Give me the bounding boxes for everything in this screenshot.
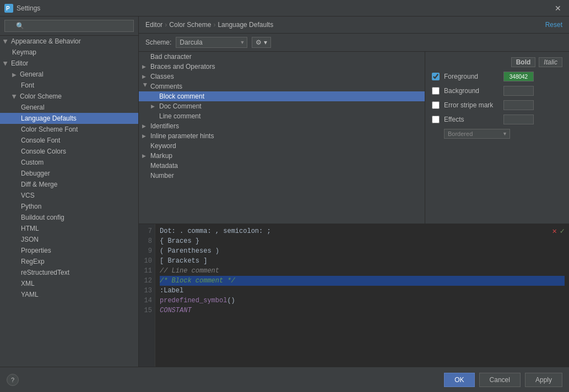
gutter-line: 7	[139, 226, 152, 236]
sidebar-item-label: YAML	[21, 291, 39, 298]
effects-color-swatch[interactable]	[503, 115, 534, 124]
sidebar-item-json[interactable]: JSON	[0, 234, 138, 245]
tree-node-doc-comment[interactable]: ▶ Doc Comment	[139, 101, 425, 111]
code-line-14: predefined_symbol()	[160, 296, 565, 306]
sidebar-item-general[interactable]: ▶ General	[0, 69, 138, 80]
foreground-label: Foreground	[444, 73, 499, 80]
sidebar-item-python[interactable]: Python	[0, 201, 138, 212]
error-stripe-checkbox[interactable]	[432, 101, 440, 109]
scheme-select-wrapper: Darcula Default High Contrast Monokai	[176, 37, 247, 48]
sidebar-item-vcs[interactable]: VCS	[0, 190, 138, 201]
sidebar-item-custom[interactable]: Custom	[0, 157, 138, 168]
sidebar-item-xml[interactable]: XML	[0, 278, 138, 289]
scheme-gear-button[interactable]: ⚙ ▾	[252, 37, 270, 48]
apply-button[interactable]: Apply	[525, 373, 562, 387]
tree-node-markup[interactable]: ▶ Markup	[139, 151, 425, 161]
sidebar-item-label: Buildout config	[21, 214, 64, 221]
properties-panel: Bold Italic Foreground 348042 Background	[425, 52, 569, 224]
expand-arrow: ▶	[142, 133, 149, 139]
error-stripe-color-swatch[interactable]	[503, 100, 534, 110]
sidebar-item-console-font[interactable]: Console Font	[0, 135, 138, 146]
tree-node-classes[interactable]: ▶ Classes	[139, 72, 425, 81]
window-title: Settings	[17, 4, 548, 12]
sidebar-item-label: Console Colors	[21, 148, 66, 155]
tree-node-metadata[interactable]: Metadata	[139, 161, 425, 171]
sidebar-item-properties[interactable]: Properties	[0, 245, 138, 256]
tree-node-inline-param[interactable]: ▶ Inline parameter hints	[139, 131, 425, 141]
code-line-13: :Label	[160, 286, 565, 296]
sidebar-item-color-scheme[interactable]: ▶ Color Scheme	[0, 91, 138, 102]
gutter-line: 14	[139, 296, 152, 306]
tree-node-block-comment[interactable]: Block comment	[139, 91, 425, 101]
help-button[interactable]: ?	[7, 374, 19, 386]
tree-node-label: Identifiers	[150, 122, 179, 130]
expand-arrow: ▶	[12, 72, 17, 78]
bold-italic-row: Bold Italic	[432, 57, 562, 67]
code-line-15: CONSTANT	[160, 306, 565, 315]
tree-node-comments[interactable]: ▶ Comments	[139, 81, 425, 91]
scheme-select[interactable]: Darcula Default High Contrast Monokai	[176, 37, 247, 48]
sidebar-item-keymap[interactable]: Keymap	[0, 47, 138, 58]
tree-node-label: Braces and Operators	[150, 63, 215, 70]
tree-node-keyword[interactable]: Keyword	[139, 141, 425, 151]
bottom-bar: ? OK Cancel Apply	[0, 367, 569, 392]
sidebar-item-language-defaults[interactable]: Language Defaults	[0, 113, 138, 124]
sidebar-item-color-scheme-font[interactable]: Color Scheme Font	[0, 124, 138, 135]
background-row: Background	[432, 86, 562, 96]
foreground-color-swatch[interactable]: 348042	[503, 72, 534, 81]
sidebar-item-font[interactable]: Font	[0, 80, 138, 91]
sidebar-item-cs-general[interactable]: General	[0, 102, 138, 113]
search-box	[0, 17, 138, 36]
sidebar-item-appearance[interactable]: ▶ Appearance & Behavior	[0, 36, 138, 47]
sidebar-item-label: Color Scheme Font	[21, 126, 78, 133]
sidebar-item-regexp[interactable]: RegExp	[0, 256, 138, 267]
tree-node-number[interactable]: Number	[139, 171, 425, 181]
tree-node-label: Keyword	[150, 142, 176, 150]
effects-dropdown-row: Bordered Underline Bold underline Strike…	[432, 129, 562, 139]
sidebar-item-label: Appearance & Behavior	[11, 37, 81, 45]
cancel-button[interactable]: Cancel	[479, 373, 521, 387]
foreground-row: Foreground 348042	[432, 72, 562, 81]
tree-node-braces[interactable]: ▶ Braces and Operators	[139, 62, 425, 72]
tree-panel: Bad character ▶ Braces and Operators ▶ C…	[139, 52, 425, 224]
title-bar: P Settings ✕	[0, 0, 569, 17]
bold-button[interactable]: Bold	[511, 57, 536, 67]
tree-node-label: Line comment	[159, 112, 200, 120]
sidebar-item-label: reStructuredText	[21, 269, 69, 276]
reset-button[interactable]: Reset	[545, 21, 562, 29]
sidebar-item-label: General	[21, 104, 45, 111]
expand-arrow: ▶	[143, 83, 148, 90]
effects-dropdown[interactable]: Bordered Underline Bold underline Strike…	[444, 129, 510, 139]
foreground-color-value: 348042	[510, 74, 528, 80]
background-color-swatch[interactable]	[503, 86, 534, 96]
sidebar-item-label: Keymap	[12, 48, 36, 56]
preview-gutter: 7 8 9 10 11 12 13 14 15	[139, 224, 155, 367]
sidebar-item-editor[interactable]: ▶ Editor	[0, 58, 138, 69]
breadcrumb-sep-1: ›	[165, 21, 167, 29]
sidebar-item-buildout[interactable]: Buildout config	[0, 212, 138, 223]
close-button[interactable]: ✕	[551, 3, 565, 14]
italic-button[interactable]: Italic	[539, 57, 562, 67]
background-checkbox[interactable]	[432, 87, 440, 95]
sidebar-item-debugger[interactable]: Debugger	[0, 168, 138, 179]
tree-node-label: Markup	[150, 152, 172, 160]
ok-button[interactable]: OK	[444, 373, 474, 387]
bottom-buttons: OK Cancel Apply	[444, 373, 562, 387]
foreground-checkbox[interactable]	[432, 73, 440, 80]
search-input[interactable]	[4, 20, 134, 32]
code-line-8: { Braces }	[160, 236, 565, 246]
tree-node-bad-char[interactable]: Bad character	[139, 52, 425, 62]
effects-checkbox[interactable]	[432, 116, 440, 123]
sidebar-item-restructuredtext[interactable]: reStructuredText	[0, 267, 138, 278]
effects-row: Effects	[432, 115, 562, 124]
tree-node-line-comment[interactable]: Line comment	[139, 111, 425, 121]
expand-arrow: ▶	[142, 74, 149, 79]
tree-node-label: Metadata	[150, 162, 178, 170]
tree-node-identifiers[interactable]: ▶ Identifiers	[139, 121, 425, 131]
sidebar-item-yaml[interactable]: YAML	[0, 289, 138, 300]
sidebar-item-diff-merge[interactable]: Diff & Merge	[0, 179, 138, 190]
sidebar-item-console-colors[interactable]: Console Colors	[0, 146, 138, 157]
sidebar-item-html[interactable]: HTML	[0, 223, 138, 234]
effects-label: Effects	[444, 116, 499, 123]
gutter-line: 8	[139, 236, 152, 246]
